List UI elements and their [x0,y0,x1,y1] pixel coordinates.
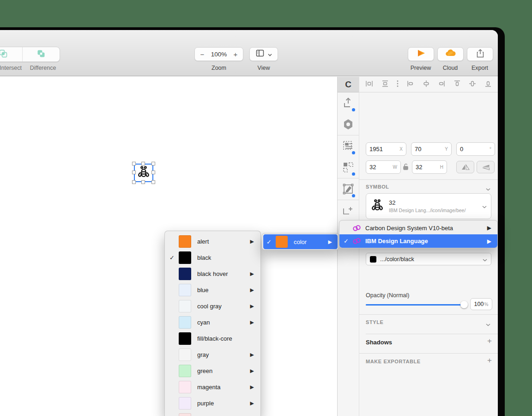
menu-item-label: cyan [197,319,210,326]
width-field[interactable]: 32 W [366,160,401,174]
shadows-label: Shadows [366,339,392,346]
library-menu: Carbon Design System V10-beta ▶ ✓ IBM De… [339,220,498,248]
more-options-icon[interactable] [397,80,399,89]
menu-item-ibm-design-language[interactable]: ✓ IBM Design Language ▶ [339,234,497,248]
bee-icon [137,165,151,181]
swap-symbols-icon[interactable] [338,157,359,178]
chevron-down-icon[interactable] [486,184,490,193]
black-swatch [370,256,376,263]
selection-handle[interactable] [132,162,136,165]
menu-item-blue[interactable]: blue ▶ [165,282,260,298]
make-exportable-header: MAKE EXPORTABLE [366,359,421,364]
selected-symbol-bee[interactable] [134,164,153,182]
flip-vertical-button[interactable] [477,161,495,173]
menu-item-label: green [197,367,212,374]
preview-button[interactable] [408,47,434,61]
selection-handle[interactable] [151,162,155,165]
menu-item-label: Carbon Design System V10-beta [365,225,453,232]
selection-handle[interactable] [151,180,155,184]
opacity-slider-knob[interactable] [460,301,468,308]
menu-item-label: black [197,254,211,261]
menu-item-label: blue [197,287,209,294]
color-swatch [179,251,191,264]
difference-button[interactable] [22,47,60,61]
zoom-label: Zoom [212,65,226,71]
zoom-control: − 100% + [194,47,243,61]
y-position-field[interactable]: 70 Y [411,142,452,156]
align-bottom-icon[interactable] [484,80,492,89]
view-label: View [258,65,270,71]
submenu-arrow-icon: ▶ [328,239,332,245]
chevron-down-icon[interactable] [486,320,490,328]
opacity-slider[interactable] [366,304,466,306]
flip-horizontal-button[interactable] [456,161,474,173]
cloud-button[interactable] [437,47,464,61]
menu-item-gray[interactable]: gray ▶ [165,347,260,363]
menu-item-label: fill/black-core [197,335,232,342]
zoom-in-button[interactable]: + [232,50,239,58]
edit-vector-icon[interactable] [338,178,359,200]
align-top-icon[interactable] [453,80,461,89]
distribute-vertically-icon[interactable] [381,80,389,89]
selection-handle[interactable] [151,171,155,174]
menu-item-green[interactable]: green ▶ [165,363,260,379]
submenu-arrow-icon: ▶ [250,271,256,277]
hexagon-nut-icon[interactable] [338,114,359,135]
intersect-icon [0,49,8,60]
selection-handle[interactable] [141,180,145,184]
add-artboard-icon[interactable] [338,200,359,221]
menu-item-fill-black-core[interactable]: fill/black-core [165,330,260,347]
align-right-icon[interactable] [438,80,445,89]
menu-item-carbon-design-system[interactable]: Carbon Design System V10-beta ▶ [339,221,497,234]
symbol-picker[interactable]: 32 IBM Design Lang.../icon/image/bee/ [366,193,491,219]
align-center-horizontal-icon[interactable] [423,80,430,89]
menu-item-purple[interactable]: purple ▶ [165,395,260,411]
align-left-icon[interactable] [407,80,414,89]
color-swatch [179,300,191,312]
notification-dot [352,194,355,197]
menu-item-cutoff[interactable] [165,411,260,416]
intersect-button[interactable] [0,47,22,61]
menu-item-alert[interactable]: alert ▶ [165,233,260,250]
view-button[interactable] [249,47,278,61]
menu-item-label: black hover [197,270,228,277]
submenu-arrow-icon: ▶ [250,384,256,390]
symbol-section-header: SYMBOL [366,184,389,190]
boolean-ops-group [0,47,60,62]
selection-handle[interactable] [141,162,145,165]
align-middle-vertical-icon[interactable] [469,80,476,89]
divider [359,353,498,354]
intersect-label: Intersect [0,65,22,71]
opacity-slider-fill [366,304,461,306]
checkmark-icon: ✓ [344,238,351,245]
menu-item-color[interactable]: ✓ color ▶ [263,234,338,249]
selection-handle[interactable] [132,171,136,174]
x-position-field[interactable]: 1951 X [366,142,406,156]
zoom-out-button[interactable]: − [199,50,206,58]
export-button[interactable] [467,47,493,61]
add-shadow-button[interactable]: + [487,336,492,346]
preview-play-icon [416,49,426,59]
height-field[interactable]: 32 H [412,160,447,174]
submenu-arrow-icon: ▶ [250,352,256,358]
rotation-field[interactable]: 0 ° [456,142,495,156]
icon-color-dropdown[interactable]: .../color/black [366,253,491,265]
add-export-button[interactable]: + [487,356,492,365]
menu-item-magenta[interactable]: magenta ▶ [165,379,260,395]
upload-library-icon[interactable] [338,92,359,114]
y-value: 70 [415,146,445,153]
menu-item-cool-gray[interactable]: cool gray ▶ [165,298,260,314]
zoom-level: 100% [206,51,232,58]
opacity-value-field[interactable]: 100 % [470,298,492,310]
layout-list-icon[interactable] [338,135,359,157]
opacity-unit: % [484,302,488,307]
lock-aspect-icon[interactable] [403,163,409,172]
checkmark-icon: ✓ [266,239,276,245]
selection-handle[interactable] [132,180,136,184]
distribute-horizontally-icon[interactable] [365,80,373,89]
menu-item-cyan[interactable]: cyan ▶ [165,314,260,330]
menu-item-black-hover[interactable]: black hover ▶ [165,266,260,282]
symbol-name: 32 [389,199,466,206]
menu-item-black[interactable]: ✓ black [165,250,260,266]
height-suffix: H [440,165,443,170]
